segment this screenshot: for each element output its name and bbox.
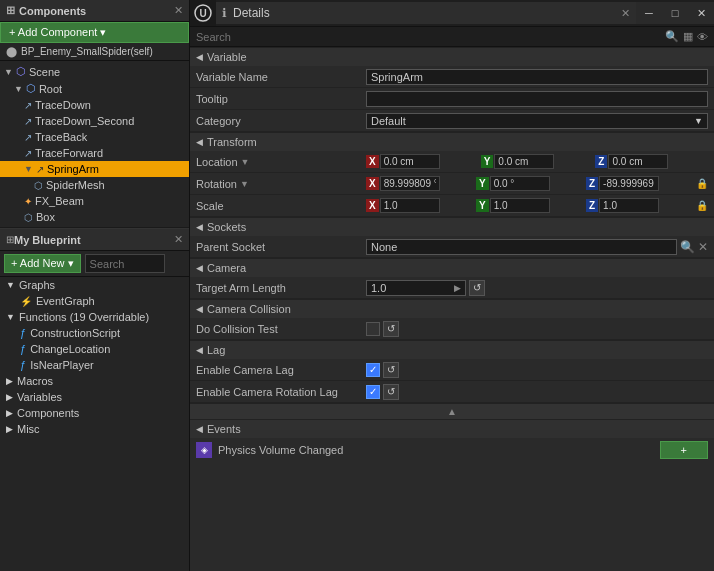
tree-item-scene[interactable]: ▼ ⬡ Scene <box>0 63 189 80</box>
events-section-header[interactable]: ◀ Events <box>190 419 714 438</box>
scale-row: Scale X Y Z 🔒 <box>190 195 714 217</box>
location-y-input[interactable] <box>494 154 554 169</box>
do-collision-test-checkbox[interactable] <box>366 322 380 336</box>
variable-name-input[interactable] <box>366 69 708 85</box>
sockets-section-header[interactable]: ◀ Sockets <box>190 217 714 236</box>
location-z-input[interactable] <box>608 154 668 169</box>
event-icon-symbol: ◈ <box>201 445 208 455</box>
traceback-icon: ↗ <box>24 132 32 143</box>
details-header: ℹ Details ✕ <box>216 2 636 24</box>
section-misc[interactable]: ▶ Misc <box>0 421 189 437</box>
tracedown-second-label: TraceDown_Second <box>35 115 134 127</box>
add-component-button[interactable]: + Add Component ▾ <box>0 22 189 43</box>
transform-section-header[interactable]: ◀ Transform <box>190 132 714 151</box>
tree-item-spidermesh[interactable]: ⬡ SpiderMesh <box>0 177 189 193</box>
section-functions[interactable]: ▼ Functions (19 Overridable) <box>0 309 189 325</box>
category-dropdown-value: Default <box>371 115 406 127</box>
tree-item-traceback[interactable]: ↗ TraceBack <box>0 129 189 145</box>
target-arm-reset-btn[interactable]: ↺ <box>469 280 485 296</box>
socket-input[interactable] <box>366 239 677 255</box>
scale-text: Scale <box>196 200 224 212</box>
rotation-value: X Y Z 🔒 <box>366 176 708 191</box>
details-search-input[interactable] <box>196 31 661 43</box>
function-isnearplayer[interactable]: ƒ IsNearPlayer <box>0 357 189 373</box>
category-value: Default ▼ <box>366 113 708 129</box>
tree-item-box[interactable]: ⬡ Box <box>0 209 189 225</box>
rotation-y-input[interactable] <box>490 176 550 191</box>
location-x-input[interactable] <box>380 154 440 169</box>
section-components-bp[interactable]: ▶ Components <box>0 405 189 421</box>
tree-item-tracedown[interactable]: ↗ TraceDown <box>0 97 189 113</box>
tree-item-tracedown-second[interactable]: ↗ TraceDown_Second <box>0 113 189 129</box>
location-y-label: Y <box>481 155 494 168</box>
details-close-icon[interactable]: ✕ <box>621 7 630 20</box>
camera-section-header[interactable]: ◀ Camera <box>190 258 714 277</box>
components-bp-expand-icon: ▶ <box>6 408 13 418</box>
details-content: ◀ Variable Variable Name Tooltip Categor… <box>190 47 714 571</box>
section-graphs[interactable]: ▼ Graphs <box>0 277 189 293</box>
enable-camera-lag-btn[interactable]: ↺ <box>383 362 399 378</box>
enable-camera-rotation-lag-btn[interactable]: ↺ <box>383 384 399 400</box>
lag-section-header[interactable]: ◀ Lag <box>190 340 714 359</box>
changelocation-icon: ƒ <box>20 343 26 355</box>
category-dropdown[interactable]: Default ▼ <box>366 113 708 129</box>
location-x-label: X <box>366 155 379 168</box>
add-new-button[interactable]: + Add New ▾ <box>4 254 81 273</box>
scroll-up-icon: ▲ <box>447 406 457 417</box>
close-button[interactable]: ✕ <box>688 2 714 24</box>
tooltip-input[interactable] <box>366 91 708 107</box>
target-arm-length-display: 1.0 ▶ <box>366 280 466 296</box>
grid-view-icon[interactable]: ▦ <box>683 30 693 43</box>
variable-expand-icon: ◀ <box>196 52 203 62</box>
rotation-x-input[interactable] <box>380 176 440 191</box>
camera-collision-section-header[interactable]: ◀ Camera Collision <box>190 299 714 318</box>
tracedown-label: TraceDown <box>35 99 91 111</box>
minimize-button[interactable]: ─ <box>636 2 662 24</box>
scale-x-input[interactable] <box>380 198 440 213</box>
macros-expand-icon: ▶ <box>6 376 13 386</box>
scale-y-input[interactable] <box>490 198 550 213</box>
tree-item-springarm[interactable]: ▼ ↗ SpringArm <box>0 161 189 177</box>
tracedown-icon: ↗ <box>24 100 32 111</box>
rotation-z-input[interactable] <box>599 176 659 191</box>
root-expand-icon: ▼ <box>14 84 23 94</box>
enable-camera-lag-checkbox[interactable]: ✓ <box>366 363 380 377</box>
variable-name-value <box>366 69 708 85</box>
graphs-expand-icon: ▼ <box>6 280 15 290</box>
springarm-label: SpringArm <box>47 163 99 175</box>
location-label: Location ▼ <box>196 156 366 168</box>
section-macros[interactable]: ▶ Macros <box>0 373 189 389</box>
parent-socket-row: Parent Socket 🔍 ✕ <box>190 236 714 258</box>
rotation-row: Rotation ▼ X Y Z <box>190 173 714 195</box>
socket-clear-icon[interactable]: ✕ <box>698 240 708 254</box>
enable-camera-rotation-lag-check-mark: ✓ <box>369 386 377 397</box>
socket-search-icon[interactable]: 🔍 <box>680 240 695 254</box>
function-changelocation[interactable]: ƒ ChangeLocation <box>0 341 189 357</box>
scale-z-input[interactable] <box>599 198 659 213</box>
close-blueprint-icon[interactable]: ✕ <box>174 233 183 246</box>
blueprint-search-input[interactable] <box>85 254 165 273</box>
tree-item-fxbeam[interactable]: ✦ FX_Beam <box>0 193 189 209</box>
scroll-up-handle[interactable]: ▲ <box>190 403 714 419</box>
eventgraph-item[interactable]: ⚡ EventGraph <box>0 293 189 309</box>
enable-camera-rotation-lag-checkbox[interactable]: ✓ <box>366 385 380 399</box>
function-constructionscript[interactable]: ƒ ConstructionScript <box>0 325 189 341</box>
target-arm-length-row: Target Arm Length 1.0 ▶ ↺ <box>190 277 714 299</box>
tree-item-root[interactable]: ▼ ⬡ Root <box>0 80 189 97</box>
eye-icon[interactable]: 👁 <box>697 31 708 43</box>
parent-socket-value: 🔍 ✕ <box>366 239 708 255</box>
scene-expand-icon: ▼ <box>4 67 13 77</box>
events-section-title: Events <box>207 423 241 435</box>
variable-section-header[interactable]: ◀ Variable <box>190 47 714 66</box>
maximize-button[interactable]: □ <box>662 2 688 24</box>
scale-y-label: Y <box>476 199 489 212</box>
close-components-icon[interactable]: ✕ <box>174 4 183 17</box>
tree-item-traceforward[interactable]: ↗ TraceForward <box>0 145 189 161</box>
camera-section-title: Camera <box>207 262 246 274</box>
bp-self-item[interactable]: ⬤ BP_Enemy_SmallSpider(self) <box>0 43 189 61</box>
physics-volume-changed-add-button[interactable]: + <box>660 441 708 459</box>
location-text: Location <box>196 156 238 168</box>
do-collision-test-btn[interactable]: ↺ <box>383 321 399 337</box>
section-variables[interactable]: ▶ Variables <box>0 389 189 405</box>
rotation-x-label: X <box>366 177 379 190</box>
